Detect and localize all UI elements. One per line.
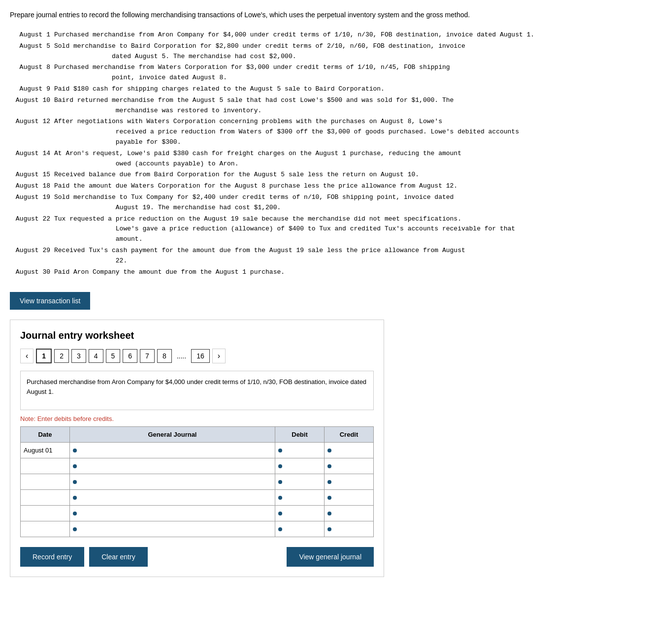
journal-cell — [70, 521, 275, 537]
credit-cell — [325, 474, 374, 490]
credit-cell — [325, 458, 374, 474]
list-item: August 19 Sold merchandise to Tux Compan… — [10, 193, 642, 213]
row-indicator — [278, 496, 282, 500]
row-indicator — [73, 527, 77, 531]
list-item: August 12 After negotiations with Waters… — [10, 117, 642, 147]
debit-input[interactable] — [284, 523, 321, 535]
list-item: August 5 Sold merchandise to Baird Corpo… — [10, 41, 642, 62]
table-row: August 01 — [21, 443, 374, 458]
list-item: August 1 Purchased merchandise from Aron… — [10, 30, 642, 40]
journal-table: Date General Journal Debit Credit August… — [20, 426, 374, 537]
debit-input[interactable] — [284, 492, 321, 503]
page-2-button[interactable]: 2 — [54, 349, 69, 363]
journal-cell — [70, 506, 275, 521]
debit-input[interactable] — [284, 445, 321, 456]
date-cell: August 01 — [21, 443, 70, 458]
page-8-button[interactable]: 8 — [157, 349, 172, 363]
worksheet-title: Journal entry worksheet — [20, 330, 374, 341]
journal-input[interactable] — [79, 476, 272, 487]
row-indicator — [73, 496, 77, 500]
debit-cell — [275, 506, 325, 521]
date-cell — [21, 521, 70, 537]
credit-input[interactable] — [333, 460, 370, 472]
credit-cell — [325, 490, 374, 506]
row-indicator — [73, 512, 77, 515]
worksheet-container: Journal entry worksheet ‹ 1 2 3 4 5 6 7 … — [10, 320, 384, 577]
table-row — [21, 521, 374, 537]
debit-input[interactable] — [284, 476, 321, 487]
journal-input[interactable] — [79, 445, 272, 456]
debit-input[interactable] — [284, 508, 321, 519]
date-cell — [21, 490, 70, 506]
note-text: Note: Enter debits before credits. — [20, 415, 374, 422]
next-page-button[interactable]: › — [212, 349, 226, 363]
journal-cell — [70, 490, 275, 506]
list-item: August 29 Received Tux's cash payment fo… — [10, 246, 642, 266]
table-row — [21, 490, 374, 506]
page-16-button[interactable]: 16 — [191, 349, 210, 363]
journal-input[interactable] — [79, 460, 272, 472]
page-4-button[interactable]: 4 — [89, 349, 103, 363]
row-indicator — [73, 480, 77, 484]
date-header: Date — [21, 427, 70, 443]
table-row — [21, 458, 374, 474]
credit-cell — [325, 506, 374, 521]
row-indicator — [278, 464, 282, 468]
debit-cell — [275, 474, 325, 490]
general-journal-header: General Journal — [70, 427, 275, 443]
credit-input[interactable] — [333, 492, 370, 503]
list-item: August 9 Paid $180 cash for shipping cha… — [10, 84, 642, 95]
page-7-button[interactable]: 7 — [140, 349, 155, 363]
page-5-button[interactable]: 5 — [106, 349, 121, 363]
row-indicator — [73, 449, 77, 452]
row-indicator — [278, 512, 282, 515]
view-general-journal-button[interactable]: View general journal — [287, 547, 374, 567]
date-cell — [21, 506, 70, 521]
credit-cell — [325, 443, 374, 458]
transactions-list: August 1 Purchased merchandise from Aron… — [10, 30, 642, 277]
row-indicator — [278, 480, 282, 484]
debit-input[interactable] — [284, 460, 321, 472]
debit-cell — [275, 521, 325, 537]
debit-header: Debit — [275, 427, 325, 443]
list-item: August 8 Purchased merchandise from Wate… — [10, 63, 642, 83]
journal-cell — [70, 458, 275, 474]
view-transaction-list-button[interactable]: View transaction list — [10, 292, 90, 310]
credit-header: Credit — [325, 427, 374, 443]
page-navigation: ‹ 1 2 3 4 5 6 7 8 ..... 16 › — [20, 349, 374, 363]
list-item: August 30 Paid Aron Company the amount d… — [10, 267, 642, 278]
intro-text: Prepare journal entries to record the fo… — [10, 10, 642, 20]
debit-cell — [275, 443, 325, 458]
row-indicator — [278, 449, 282, 452]
journal-cell — [70, 443, 275, 458]
list-item: August 10 Baird returned merchandise fro… — [10, 96, 642, 116]
credit-input[interactable] — [333, 508, 370, 519]
page-6-button[interactable]: 6 — [123, 349, 137, 363]
row-indicator — [327, 464, 331, 468]
credit-input[interactable] — [333, 476, 370, 487]
transaction-description: Purchased merchandise from Aron Company … — [20, 371, 374, 410]
debit-cell — [275, 458, 325, 474]
date-cell — [21, 458, 70, 474]
list-item: August 15 Received balance due from Bair… — [10, 170, 642, 180]
table-row — [21, 506, 374, 521]
journal-input[interactable] — [79, 508, 272, 519]
list-item: August 14 At Aron's request, Lowe's paid… — [10, 149, 642, 169]
clear-entry-button[interactable]: Clear entry — [89, 547, 147, 567]
row-indicator — [327, 449, 331, 452]
list-item: August 22 Tux requested a price reductio… — [10, 214, 642, 245]
list-item: August 18 Paid the amount due Waters Cor… — [10, 181, 642, 192]
credit-input[interactable] — [333, 445, 370, 456]
date-cell — [21, 474, 70, 490]
journal-input[interactable] — [79, 523, 272, 535]
row-indicator — [327, 512, 331, 515]
page-3-button[interactable]: 3 — [71, 349, 86, 363]
table-row — [21, 474, 374, 490]
prev-page-button[interactable]: ‹ — [20, 349, 33, 363]
journal-cell — [70, 474, 275, 490]
record-entry-button[interactable]: Record entry — [20, 547, 84, 567]
credit-input[interactable] — [333, 523, 370, 535]
row-indicator — [278, 527, 282, 531]
journal-input[interactable] — [79, 492, 272, 503]
page-1-button[interactable]: 1 — [36, 349, 52, 363]
